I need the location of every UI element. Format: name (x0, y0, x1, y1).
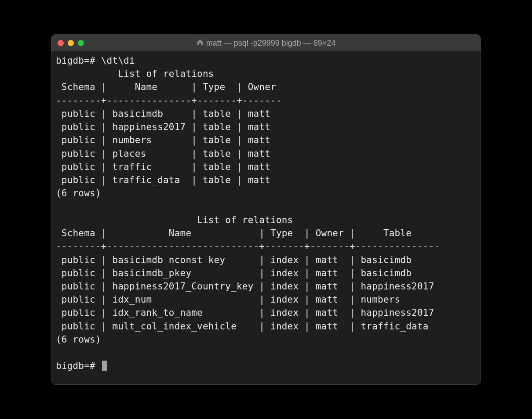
section1-footer: (6 rows) (56, 188, 101, 199)
title-bar[interactable]: matt — psql -p29999 bigdb — 69×24 (51, 35, 481, 51)
section2-footer: (6 rows) (56, 334, 101, 345)
terminal-body[interactable]: bigdb=# \dt\di List of relations Schema … (51, 51, 481, 376)
section2-divider: --------+---------------------------+---… (56, 241, 440, 252)
section2-header: Schema | Name | Type | Owner | Table (56, 228, 440, 238)
maximize-button[interactable] (78, 40, 84, 46)
section1-title: List of relations (56, 69, 282, 79)
home-icon (197, 39, 204, 48)
close-button[interactable] (58, 40, 64, 46)
cursor (102, 361, 107, 371)
terminal-window: matt — psql -p29999 bigdb — 69×24 bigdb=… (51, 34, 481, 385)
traffic-lights (58, 40, 84, 46)
prompt-line-2: bigdb=# (56, 361, 107, 371)
prompt-line: bigdb=# \dt\di (56, 55, 135, 66)
window-title-text: matt — psql -p29999 bigdb — 69×24 (206, 39, 336, 48)
minimize-button[interactable] (68, 40, 74, 46)
window-title: matt — psql -p29999 bigdb — 69×24 (58, 39, 474, 48)
section2-rows: public | basicimdb_nconst_key | index | … (56, 255, 434, 332)
section1-header: Schema | Name | Type | Owner (56, 82, 282, 92)
section1-rows: public | basicimdb | table | matt public… (56, 108, 270, 185)
section2-title: List of relations (56, 215, 440, 225)
section1-divider: --------+---------------+-------+------- (56, 95, 282, 106)
